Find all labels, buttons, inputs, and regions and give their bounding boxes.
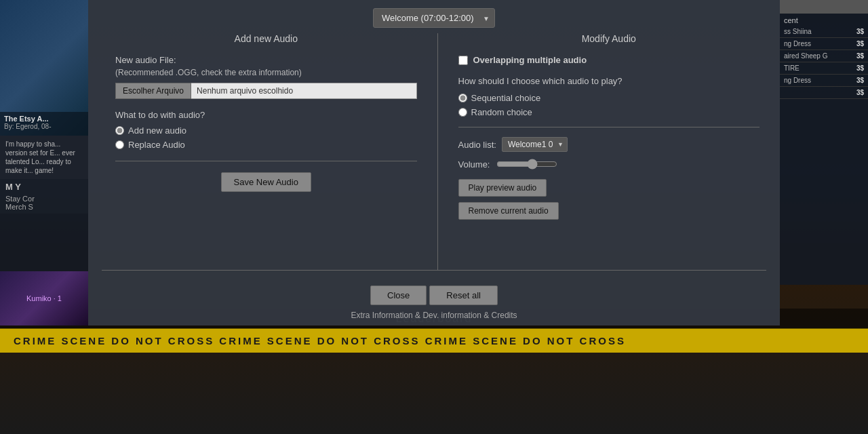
sequential-label: Sequential choice [471,93,541,103]
random-label: Random choice [471,107,532,117]
item-name: ng Dress [784,77,856,84]
schedule-dropdown[interactable]: Welcome (07:00-12:00) [373,8,495,28]
file-label: New audio File: [115,55,417,65]
add-audio-radio[interactable] [115,126,124,135]
list-item: ng Dress 3$ [780,75,868,87]
overlap-checkbox-row: Overlapping multiple audio [458,55,760,65]
how-choose-label: How should I choose which audio to play? [458,76,760,86]
audio-list-select[interactable]: Welcome1 0 [502,137,568,152]
item-price: 3$ [856,52,864,60]
replace-audio-radio[interactable] [115,140,124,149]
etsy-desc: I'm happy to sha... version set for E...… [5,140,83,175]
item-price: 3$ [856,64,864,72]
item-name: ng Dress [784,40,856,47]
item-price: 3$ [856,77,864,84]
right-label: cent [780,15,868,26]
random-radio-row: Random choice [458,107,760,117]
random-radio[interactable] [458,108,467,117]
etsy-card: I'm happy to sha... version set for E...… [0,136,88,179]
modal-footer: Close Reset all Extra Information & Dev.… [88,277,780,326]
extra-info-link[interactable]: Extra Information & Dev. information & C… [351,311,517,320]
sidebar-stay: Stay Cor [5,195,83,203]
file-sublabel: (Recommended .OGG, check the extra infor… [115,68,417,77]
sidebar-bottom-img: Kumiko · 1 [0,271,88,326]
volume-row: Volume: [458,159,760,170]
sidebar-top-image: The Etsy A... By: Egerod, 08- [0,0,88,136]
modal-content: Add new Audio New audio File: (Recommend… [88,33,780,270]
sequential-radio[interactable] [458,94,467,102]
play-preview-button[interactable]: Play preview audio [458,179,547,197]
footer-button-row: Close Reset all [370,285,498,305]
list-item: ng Dress 3$ [780,38,868,50]
left-panel-divider [115,161,417,161]
sidebar-bottom-text: Kumiko · 1 [26,294,62,302]
sidebar-mid-title: M Y [5,182,83,192]
crime-tape-text: CRIME SCENE DO NOT CROSS CRIME SCENE DO … [0,335,639,347]
reset-all-button[interactable]: Reset all [429,285,498,305]
add-audio-title: Add new Audio [115,33,417,44]
list-item: aired Sheep G 3$ [780,50,868,62]
save-new-audio-button[interactable]: Save New Audio [221,172,311,192]
choice-divider [458,127,760,127]
item-name: aired Sheep G [784,52,856,60]
left-sidebar: The Etsy A... By: Egerod, 08- I'm happy … [0,0,88,326]
item-name: TIRE [784,64,856,72]
sidebar-mid: M Y Stay Cor Merch S [0,179,88,214]
audio-list-label: Audio list: [458,140,496,150]
item-price: 3$ [856,89,864,96]
replace-audio-radio-label: Replace Audio [128,140,185,150]
sequential-radio-row: Sequential choice [458,93,760,103]
etsy-title: The Etsy A... [4,115,84,123]
overlap-label: Overlapping multiple audio [473,55,587,65]
volume-slider[interactable] [496,159,557,170]
item-price: 3$ [856,40,864,47]
add-audio-radio-label: Add new audio [128,125,186,136]
modal-overlay: Welcome (07:00-12:00) ▼ Add new Audio Ne… [88,0,780,326]
close-button[interactable]: Close [370,285,427,305]
main-dropdown-wrapper[interactable]: Welcome (07:00-12:00) ▼ [373,8,495,28]
overlap-checkbox[interactable] [458,56,468,65]
list-item: 3$ [780,87,868,99]
crime-tape: CRIME SCENE DO NOT CROSS CRIME SCENE DO … [0,328,868,353]
modify-audio-title: Modify Audio [458,33,760,44]
file-choose-button[interactable]: Escolher Arquivo [115,83,191,99]
item-name: ss Shiina [784,28,856,35]
what-to-do-label: What to do with audio? [115,110,417,120]
remove-audio-button[interactable]: Remove current audio [458,202,559,220]
file-input-row: Escolher Arquivo Nenhum arquivo escolhid… [115,83,417,99]
add-audio-radio-row: Add new audio [115,125,417,136]
panel-divider [437,33,438,270]
audio-list-row: Audio list: Welcome1 0 ▼ [458,137,760,152]
list-item: TIRE 3$ [780,62,868,75]
footer-divider [102,270,766,271]
right-top-bar [780,0,868,14]
left-panel: Add new Audio New audio File: (Recommend… [95,33,431,270]
list-item: ss Shiina 3$ [780,26,868,38]
item-price: 3$ [856,28,864,35]
right-panel: Modify Audio Overlapping multiple audio … [445,33,774,270]
audio-list-select-wrapper[interactable]: Welcome1 0 ▼ [502,137,568,152]
right-sidebar: cent ss Shiina 3$ ng Dress 3$ aired Shee… [780,0,868,285]
etsy-by: By: Egerod, 08- [4,123,84,130]
right-list: ss Shiina 3$ ng Dress 3$ aired Sheep G 3… [780,26,868,99]
top-dropdown-wrap: Welcome (07:00-12:00) ▼ [373,8,495,28]
replace-audio-radio-row: Replace Audio [115,140,417,150]
volume-label: Volume: [458,159,490,170]
sidebar-merch: Merch S [5,203,83,211]
file-name-display: Nenhum arquivo escolhido [191,83,416,99]
